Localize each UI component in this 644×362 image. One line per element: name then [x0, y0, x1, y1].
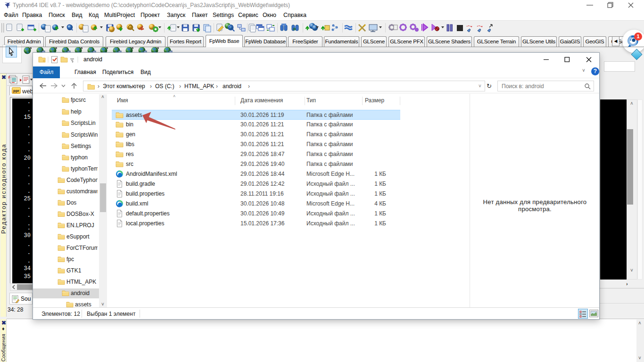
svg-text:B: B [293, 27, 296, 31]
svg-text:#: # [8, 75, 10, 80]
